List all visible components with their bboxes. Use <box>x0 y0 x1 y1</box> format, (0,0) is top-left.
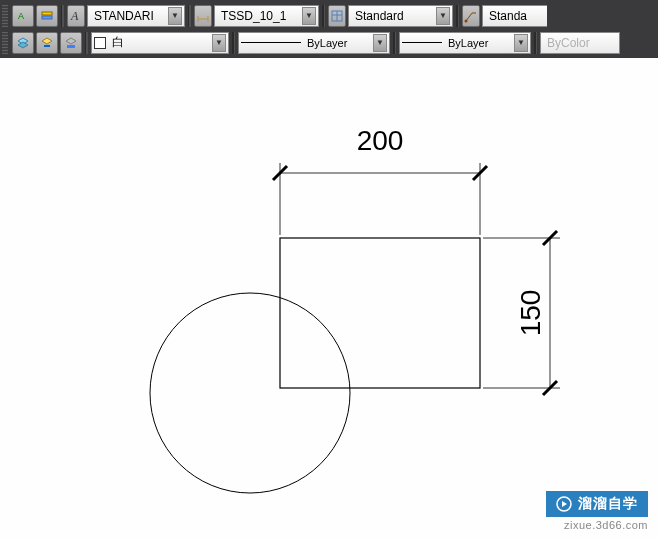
abc-icon: A <box>16 9 30 23</box>
layer-match-icon <box>40 36 54 50</box>
toolbar-row-2: 白 ▼ ByLayer ▼ ByLayer ▼ ByColor <box>2 29 656 56</box>
color-swatch-icon <box>94 37 106 49</box>
svg-text:A: A <box>70 9 79 23</box>
svg-text:A: A <box>18 11 24 21</box>
text-style-dropdown[interactable]: STANDARI ▼ <box>87 5 185 27</box>
color-value: 白 <box>108 34 212 51</box>
separator <box>393 32 396 54</box>
toolbar-area: A A STANDARI ▼ TSS <box>0 0 658 58</box>
flyout-button-1[interactable]: A <box>12 5 34 27</box>
circle-shape <box>150 293 350 493</box>
svg-rect-1 <box>42 12 52 15</box>
table-style-value: Standard <box>351 9 436 23</box>
layers-button[interactable] <box>36 5 58 27</box>
linetype-dropdown[interactable]: ByLayer ▼ <box>238 32 390 54</box>
svg-marker-15 <box>66 38 76 44</box>
multileader-value: Standa <box>485 9 545 23</box>
separator <box>188 5 191 27</box>
chevron-down-icon: ▼ <box>168 7 182 25</box>
dim-style-value: TSSD_10_1 <box>217 9 302 23</box>
svg-marker-13 <box>42 38 52 44</box>
vertical-dimension: 150 <box>483 231 560 395</box>
lineweight-sample-icon <box>402 42 442 43</box>
chevron-down-icon: ▼ <box>514 34 528 52</box>
play-icon <box>556 496 572 512</box>
lineweight-dropdown[interactable]: ByLayer ▼ <box>399 32 531 54</box>
multileader-icon-button[interactable] <box>462 5 480 27</box>
dim-style-dropdown[interactable]: TSSD_10_1 ▼ <box>214 5 319 27</box>
dim-horizontal-text: 200 <box>357 125 404 156</box>
multileader-icon <box>464 9 478 23</box>
table-icon <box>330 9 344 23</box>
lineweight-value: ByLayer <box>448 37 488 49</box>
drawing-svg: 200 150 <box>0 58 658 539</box>
watermark: 溜溜自学 zixue.3d66.com <box>546 491 648 531</box>
chevron-down-icon: ▼ <box>212 34 226 52</box>
svg-marker-12 <box>18 42 28 48</box>
layer-iso-button[interactable] <box>60 32 82 54</box>
svg-rect-2 <box>42 16 52 19</box>
line-sample-icon <box>241 42 301 43</box>
svg-marker-28 <box>562 501 567 507</box>
svg-rect-16 <box>67 45 75 48</box>
toolbar-row-1: A A STANDARI ▼ TSS <box>2 2 656 29</box>
dim-vertical-text: 150 <box>515 290 546 337</box>
separator <box>85 32 88 54</box>
color-dropdown[interactable]: 白 ▼ <box>91 32 229 54</box>
chevron-down-icon: ▼ <box>302 7 316 25</box>
watermark-badge: 溜溜自学 <box>546 491 648 517</box>
chevron-down-icon: ▼ <box>436 7 450 25</box>
chevron-down-icon: ▼ <box>373 34 387 52</box>
toolbar-grip[interactable] <box>2 32 8 54</box>
layer-states-button[interactable] <box>36 32 58 54</box>
separator <box>232 32 235 54</box>
separator <box>456 5 459 27</box>
text-a-icon: A <box>69 9 83 23</box>
plotstyle-value: ByColor <box>543 36 617 50</box>
watermark-url: zixue.3d66.com <box>564 519 648 531</box>
watermark-brand: 溜溜自学 <box>578 495 638 513</box>
plotstyle-dropdown[interactable]: ByColor <box>540 32 620 54</box>
text-style-icon-button[interactable]: A <box>67 5 85 27</box>
svg-point-10 <box>465 19 468 22</box>
text-style-value: STANDARI <box>90 9 168 23</box>
table-style-dropdown[interactable]: Standard ▼ <box>348 5 453 27</box>
toolbar-grip[interactable] <box>2 5 8 27</box>
separator <box>322 5 325 27</box>
layer-props-button[interactable] <box>12 32 34 54</box>
layer-stack-icon <box>16 36 30 50</box>
table-style-icon-button[interactable] <box>328 5 346 27</box>
horizontal-dimension: 200 <box>273 125 487 235</box>
multileader-dropdown[interactable]: Standa <box>482 5 547 27</box>
drawing-canvas[interactable]: 200 150 溜溜自学 zixue.3d66.com <box>0 58 658 539</box>
dim-style-icon-button[interactable] <box>194 5 212 27</box>
layer-iso-icon <box>64 36 78 50</box>
separator <box>534 32 537 54</box>
dimension-icon <box>196 9 210 23</box>
layers-icon <box>40 9 54 23</box>
separator <box>61 5 64 27</box>
linetype-value: ByLayer <box>307 37 347 49</box>
